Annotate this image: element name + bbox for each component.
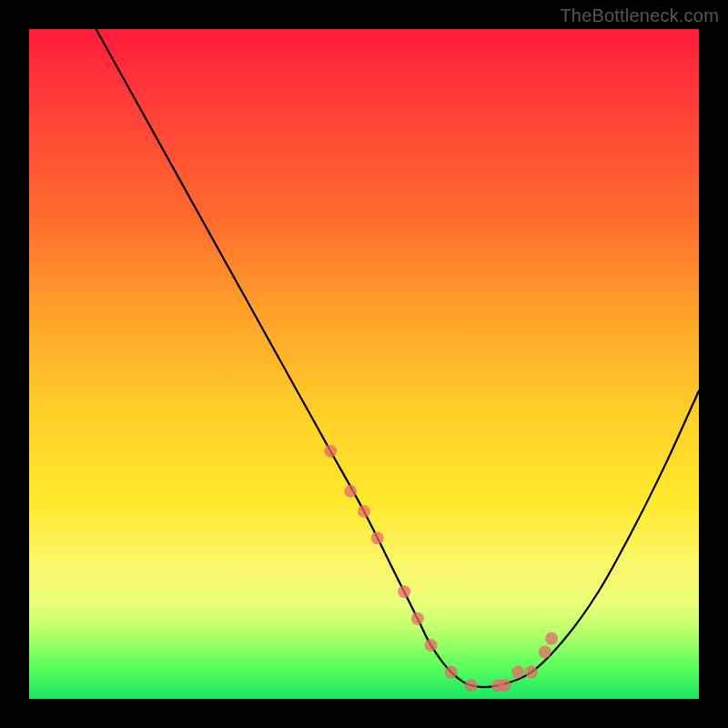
- highlight-dot: [511, 666, 524, 679]
- highlight-dot: [465, 679, 478, 692]
- highlight-dot: [371, 531, 384, 544]
- highlight-dot: [525, 666, 538, 679]
- highlight-dot: [499, 679, 511, 692]
- highlight-dot: [358, 505, 370, 518]
- highlight-dot: [324, 445, 337, 458]
- highlight-dot: [539, 645, 551, 658]
- highlight-dot: [425, 639, 438, 652]
- highlight-dot: [344, 485, 357, 498]
- curve-svg: [29, 29, 699, 699]
- highlight-dots: [324, 445, 558, 693]
- highlight-dot: [445, 666, 458, 679]
- plot-area: [29, 29, 699, 699]
- highlight-dot: [411, 612, 424, 625]
- watermark-text: TheBottleneck.com: [560, 5, 719, 26]
- highlight-dot: [398, 585, 410, 598]
- bottleneck-curve: [96, 29, 699, 687]
- highlight-dot: [545, 632, 558, 645]
- chart-frame: TheBottleneck.com: [0, 0, 728, 728]
